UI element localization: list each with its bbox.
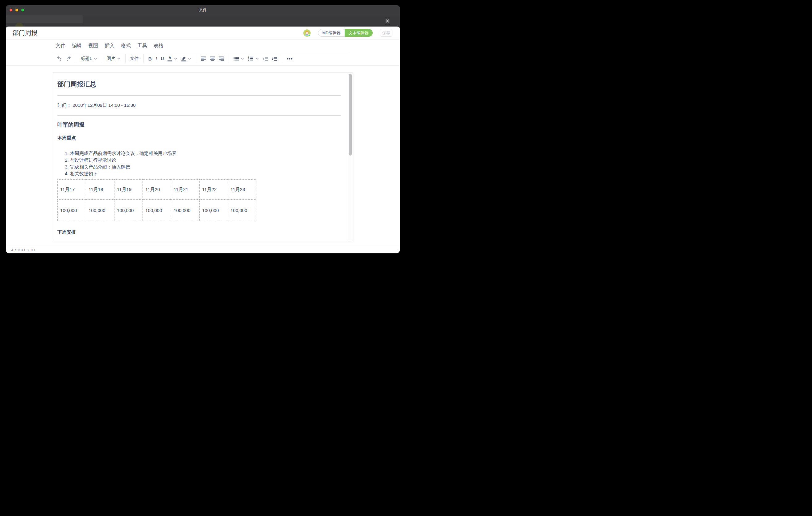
redo-icon [66,56,71,61]
bold-icon: B [148,56,152,61]
menu-item[interactable]: 文件 [56,42,65,49]
window-title: 文件 [199,7,207,13]
editor-canvas: 部门周报汇总 时间： 2018年12月09日 14:00 - 16:30 叶军的… [6,66,400,246]
md-editor-button[interactable]: MD编辑器 [318,29,345,37]
toolbar-divider [143,54,144,63]
highlight-dropdown[interactable] [179,54,193,63]
bold-button[interactable]: B [147,54,154,63]
list-item: 4. 相关数据如下 [65,170,341,177]
heading-dropdown-label: 标题1 [81,56,92,61]
menu-item[interactable]: 表格 [154,42,164,49]
italic-button[interactable]: I [154,54,159,63]
traffic-lights [9,5,24,15]
table-cell[interactable]: 100,000 [58,200,86,221]
numbered-list-dropdown[interactable]: 1 2 3 [246,54,261,63]
menu-item[interactable]: 编辑 [72,42,82,49]
chevron-down-icon [256,58,259,60]
table-cell[interactable]: 100,000 [171,200,200,221]
status-bar: ARTICLE » H1 [6,246,400,253]
toolbar-divider [229,54,229,63]
list-item: 1. 本周完成产品前期需求讨论会议，确定相关用户场景 [65,150,341,157]
table-cell[interactable]: 11月20 [143,180,171,200]
font-color-icon: A [168,56,172,61]
align-center-button[interactable] [208,54,217,63]
heading-dropdown[interactable]: 标题1 [79,54,99,63]
indent-icon [272,57,277,61]
maximize-window-icon[interactable] [21,9,24,11]
table-cell[interactable]: 100,000 [86,200,114,221]
menu-item[interactable]: 格式 [121,42,131,49]
data-table: 11月1711月1811月1911月2011月2111月2211月23100,0… [57,179,256,221]
list-item: 3. 完成相关产品介绍：插入链接 [65,164,341,170]
close-icon [385,19,390,23]
toolbar-divider [196,54,196,63]
outdent-icon [263,57,268,61]
table-cell[interactable]: 100,000 [228,200,256,221]
bullet-list-dropdown[interactable] [232,54,246,63]
table-cell[interactable]: 100,000 [143,200,171,221]
subsection-heading-next: 下周安排 [57,229,341,235]
section-heading: 叶军的周报 [57,121,341,128]
chevron-down-icon [174,58,177,60]
align-center-icon [210,56,215,61]
redo-button[interactable] [64,54,73,63]
file-attach-button[interactable]: 文件 [128,54,141,63]
chevron-down-icon [241,58,244,60]
image-dropdown[interactable]: 图片 [105,54,122,63]
doc-h1: 部门周报汇总 [57,80,341,89]
numbered-list-icon: 1 2 3 [248,56,254,61]
document-page[interactable]: 部门周报汇总 时间： 2018年12月09日 14:00 - 16:30 叶军的… [53,73,353,241]
scrollbar-thumb[interactable] [349,74,352,155]
background-panel [6,16,83,23]
document-header: 部门周报 MD编辑器 文本编辑器 保存 [6,27,400,39]
page-scrollbar[interactable] [348,73,353,241]
menu-item[interactable]: 工具 [137,42,147,49]
image-dropdown-label: 图片 [107,56,115,61]
weekly-list: 1. 本周完成产品前期需求讨论会议，确定相关用户场景2. 与设计师进行视觉讨论3… [57,150,341,177]
text-editor-button[interactable]: 文本编辑器 [345,29,373,37]
align-left-icon [201,56,206,61]
align-left-button[interactable] [199,54,208,63]
user-avatar[interactable] [303,29,311,37]
highlighter-icon [181,56,186,61]
table-cell[interactable]: 11月22 [200,180,228,200]
horizontal-rule [57,115,341,116]
more-dots-icon [287,58,292,60]
horizontal-rule [57,95,341,96]
close-window-icon[interactable] [9,9,12,11]
chevron-down-icon [117,58,121,60]
editor-mode-toggle: MD编辑器 文本编辑器 [318,29,373,37]
file-attach-label: 文件 [130,56,139,61]
editor-panel: 部门周报 MD编辑器 文本编辑器 保存 [6,27,400,253]
table-cell[interactable]: 11月19 [114,180,143,200]
menu-item[interactable]: 视图 [88,42,98,49]
underline-button[interactable]: U [159,54,166,63]
bullet-list-icon [234,57,239,61]
table-cell[interactable]: 11月21 [171,180,200,200]
table-cell[interactable]: 11月17 [58,180,86,200]
save-button[interactable]: 保存 [380,29,393,37]
menu-item[interactable]: 插入 [105,42,114,49]
underline-icon: U [161,56,164,61]
toolbar: 标题1 图片 文件 B I U A [6,52,400,66]
minimize-window-icon[interactable] [16,9,18,11]
undo-button[interactable] [55,54,64,63]
document-title: 部门周报 [13,29,37,37]
toolbar-divider [125,54,125,63]
outdent-button[interactable] [261,54,270,63]
editor-window: 文件 部门周报 [6,5,400,253]
align-right-button[interactable] [217,54,226,63]
indent-button[interactable] [270,54,279,63]
more-tools-button[interactable] [285,54,294,63]
titlebar[interactable]: 文件 [6,5,400,15]
table-cell[interactable]: 11月23 [228,180,256,200]
table-cell[interactable]: 100,000 [200,200,228,221]
close-dialog-button[interactable] [384,18,390,24]
table-row: 11月1711月1811月1911月2011月2111月2211月23 [58,180,256,200]
table-cell[interactable]: 11月18 [86,180,114,200]
table-cell[interactable]: 100,000 [114,200,143,221]
font-color-dropdown[interactable]: A [166,54,179,63]
breadcrumb: ARTICLE » H1 [11,248,35,252]
toolbar-divider [282,54,282,63]
meeting-time: 时间： 2018年12月09日 14:00 - 16:30 [57,103,341,108]
